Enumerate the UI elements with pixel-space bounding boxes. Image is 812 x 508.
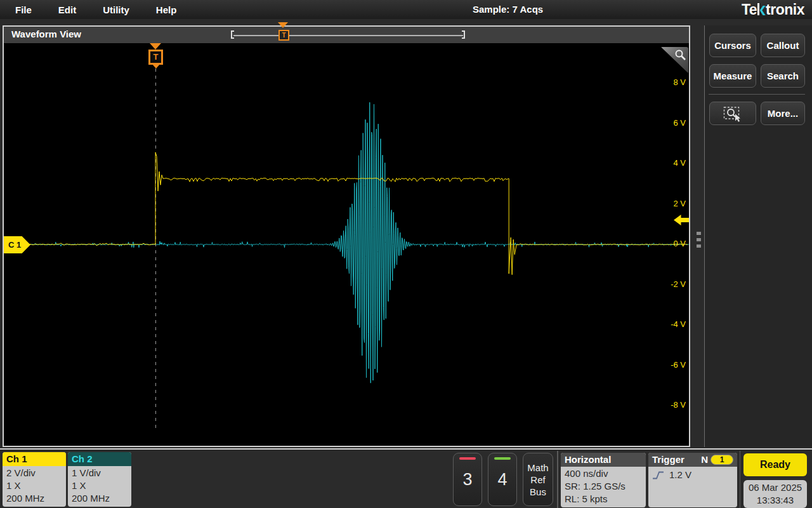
ch4-button[interactable]: 4	[488, 453, 517, 506]
y-label-2v: 2 V	[654, 199, 686, 210]
ch1-badge-body: 2 V/div 1 X 200 MHz	[3, 466, 66, 505]
horizontal-record-length: RL: 5 kpts	[565, 493, 646, 505]
overview-trigger-triangle-icon[interactable]	[278, 22, 288, 28]
ch2-attenuation: 1 X	[72, 479, 131, 492]
callout-button[interactable]: Callout	[761, 34, 805, 57]
trigger-level-row: 1.2 V	[652, 467, 737, 481]
search-button[interactable]: Search	[761, 64, 805, 88]
time-label: 13:33:43	[743, 494, 807, 507]
bottom-separator-1	[557, 451, 558, 508]
horizontal-panel[interactable]: Horizontal 400 ns/div SR: 1.25 GS/s RL: …	[561, 453, 646, 507]
y-label-m2v: -2 V	[654, 279, 686, 291]
measure-button[interactable]: Measure	[709, 64, 756, 88]
ch2-bandwidth: 200 MHz	[72, 492, 131, 505]
ch3-label: 3	[454, 470, 481, 490]
trigger-title-row: Trigger N 1	[648, 453, 737, 467]
sidebar-divider	[709, 94, 805, 95]
horizontal-sample-rate: SR: 1.25 GS/s	[565, 480, 646, 493]
zoom-select-icon	[723, 105, 742, 122]
magnifier-icon	[674, 49, 686, 61]
ch2-badge[interactable]: Ch 2 1 V/div 1 X 200 MHz	[68, 452, 131, 507]
ch3-color-bar	[459, 457, 476, 460]
horizontal-scale: 400 ns/div	[565, 467, 646, 480]
trigger-panel[interactable]: Trigger N 1 1.2 V	[648, 453, 737, 507]
oscilloscope-screen: { "menu_bar": { "items": [ {"label": "Fi…	[0, 0, 812, 508]
ch4-label: 4	[488, 470, 516, 490]
overview-right-bracket	[462, 30, 465, 39]
overview-left-bracket	[231, 30, 234, 39]
zoom-select-button[interactable]	[709, 102, 756, 125]
waveform-view-panel: Waveform View T T 8 V 6 V 4 V 2 V 0 V -2…	[3, 25, 690, 447]
ch1-trace	[4, 152, 688, 275]
ch2-scale: 1 V/div	[72, 467, 131, 479]
date-label: 06 Mar 2025	[743, 481, 807, 494]
tektronix-logo: Tetronix	[742, 1, 804, 18]
acquisition-overview-slider[interactable]	[233, 35, 463, 36]
ch2-trace	[4, 102, 689, 383]
math-ref-bus-button[interactable]: Math Ref Bus	[523, 453, 553, 506]
ch1-attenuation: 1 X	[6, 479, 66, 492]
rising-edge-icon	[652, 471, 665, 480]
ch1-scale: 2 V/div	[6, 467, 66, 479]
ch1-badge-title: Ch 1	[3, 452, 66, 466]
datetime-display: 06 Mar 2025 13:33:43	[743, 480, 807, 508]
bus-label: Bus	[523, 486, 553, 498]
y-label-8v: 8 V	[654, 77, 686, 89]
results-bar: Cursors Callout Measure Search More...	[704, 25, 812, 447]
menu-bar: File Edit Utility Help Sample: 7 Acqs Te…	[0, 0, 812, 19]
ch1-bandwidth: 200 MHz	[6, 492, 66, 505]
trigger-marker-nub	[152, 64, 160, 69]
y-label-m6v: -6 V	[654, 360, 686, 371]
trigger-t-marker[interactable]: T	[148, 50, 163, 65]
trigger-source-badge: 1	[710, 455, 733, 465]
y-label-6v: 6 V	[654, 118, 686, 130]
splitter-grip-icon[interactable]	[697, 232, 701, 248]
acquisition-ready-indicator: Ready	[743, 453, 807, 476]
ch3-button[interactable]: 3	[453, 453, 482, 506]
math-label: Math	[523, 462, 553, 474]
overview-trigger-marker[interactable]: T	[278, 30, 289, 41]
cursors-button[interactable]: Cursors	[709, 34, 756, 57]
ch2-badge-body: 1 V/div 1 X 200 MHz	[68, 466, 131, 505]
waveform-view-title: Waveform View	[11, 29, 81, 39]
y-label-m4v: -4 V	[654, 319, 686, 331]
trigger-title: Trigger	[652, 454, 684, 465]
acquisition-status: Sample: 7 Acqs	[473, 4, 543, 15]
graticule[interactable]: T 8 V 6 V 4 V 2 V 0 V -2 V -4 V -6 V -8 …	[4, 43, 689, 432]
y-label-4v: 4 V	[654, 158, 686, 170]
settings-bar: Ch 1 2 V/div 1 X 200 MHz Ch 2 1 V/div 1 …	[0, 448, 812, 508]
horizontal-title: Horizontal	[561, 453, 646, 467]
more-button[interactable]: More...	[761, 102, 805, 125]
ch1-badge[interactable]: Ch 1 2 V/div 1 X 200 MHz	[3, 452, 66, 507]
logo-text-right: tronix	[766, 1, 804, 18]
menu-utility[interactable]: Utility	[96, 4, 136, 15]
waveform-view-header: Waveform View T	[4, 27, 689, 43]
ref-label: Ref	[523, 474, 553, 486]
ch2-badge-title: Ch 2	[68, 452, 131, 466]
menu-edit[interactable]: Edit	[52, 4, 82, 15]
y-label-m8v: -8 V	[654, 400, 686, 411]
logo-k-icon	[757, 3, 766, 16]
menu-help[interactable]: Help	[150, 4, 183, 15]
trigger-mode: N	[701, 453, 708, 467]
trigger-triangle-icon[interactable]	[150, 43, 161, 50]
logo-text-left: Te	[742, 1, 757, 18]
y-label-0v: 0 V	[654, 239, 686, 250]
waveform-traces	[4, 43, 689, 432]
menu-file[interactable]: File	[9, 4, 38, 15]
panel-splitter[interactable]	[693, 25, 704, 447]
ch4-color-bar	[494, 457, 511, 460]
trigger-level: 1.2 V	[669, 469, 691, 481]
bottom-separator-2	[740, 451, 740, 508]
horizontal-body: 400 ns/div SR: 1.25 GS/s RL: 5 kpts	[561, 467, 646, 505]
